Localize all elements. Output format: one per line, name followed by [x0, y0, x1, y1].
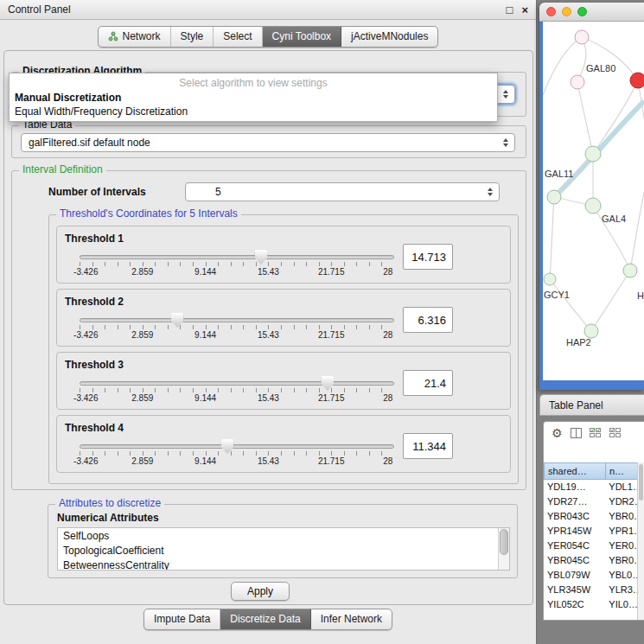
- tab-select[interactable]: Select: [214, 27, 262, 47]
- table-cell[interactable]: YLR345W: [544, 583, 605, 597]
- table-cell[interactable]: YDR2…: [605, 494, 637, 509]
- network-node[interactable]: [547, 190, 561, 204]
- table-row[interactable]: YPR145WYPR1…: [544, 524, 637, 539]
- checkbox-grid-icon[interactable]: [590, 428, 602, 438]
- tick-label: 9.144: [194, 330, 216, 340]
- table-cell[interactable]: YBL0…: [605, 568, 637, 583]
- table-row[interactable]: YLR345WYLR3…: [544, 583, 637, 597]
- threshold-value-field[interactable]: 21.4: [403, 370, 453, 396]
- table-data-combo[interactable]: galFiltered.sif default node: [21, 133, 515, 152]
- table-cell[interactable]: YDL1…: [605, 480, 637, 494]
- tick-label: 2.859: [131, 330, 153, 340]
- table-cell[interactable]: YER054C: [544, 539, 605, 553]
- table-cell[interactable]: YBL079W: [544, 568, 605, 583]
- tab-label: Style: [181, 30, 204, 42]
- table-scrollbar[interactable]: [637, 462, 644, 620]
- slider-tick-labels: -3.426 2.859 9.144 15.43 21.715 28: [80, 330, 394, 340]
- table-cell[interactable]: YBR043C: [544, 509, 605, 524]
- network-node[interactable]: [585, 198, 601, 214]
- network-node[interactable]: [584, 324, 598, 338]
- list-item[interactable]: BetweennessCentrality: [58, 558, 509, 571]
- tab-jactivemnodules[interactable]: jActiveMNodules: [341, 27, 437, 47]
- scrollbar-thumb[interactable]: [639, 464, 643, 501]
- dropdown-option-equal-width-frequency[interactable]: Equal Width/Frequency Discretization: [10, 105, 497, 118]
- table-row[interactable]: YER054CYER0…: [544, 539, 637, 553]
- table-panel-title: Table Panel: [549, 399, 603, 411]
- tick-label: 28: [383, 456, 392, 466]
- tick-label: 28: [383, 393, 392, 403]
- threshold-slider[interactable]: -3.426 2.859 9.144 15.43 21.715 28: [80, 381, 394, 403]
- table-cell[interactable]: YBR0…: [605, 553, 637, 568]
- table-cell[interactable]: YPR1…: [605, 524, 637, 539]
- gear-icon[interactable]: ⚙: [552, 427, 563, 439]
- list-scrollbar[interactable]: [498, 528, 509, 570]
- slider-track[interactable]: [80, 318, 394, 322]
- tab-impute-data[interactable]: Impute Data: [144, 609, 220, 629]
- table-cell[interactable]: YBR0…: [605, 509, 637, 524]
- column-header-shared-name[interactable]: shared…: [544, 462, 606, 480]
- node-label-partial: H: [637, 290, 644, 301]
- close-icon[interactable]: ×: [521, 4, 528, 16]
- tab-network[interactable]: Network: [99, 27, 171, 47]
- column-header-name[interactable]: n…: [606, 462, 639, 480]
- minimize-traffic-light-icon[interactable]: [562, 7, 571, 16]
- threshold-value-field[interactable]: 11.344: [403, 433, 453, 459]
- slider-track[interactable]: [80, 255, 394, 259]
- table-row[interactable]: YDL19…YDL1…: [544, 480, 637, 494]
- network-canvas[interactable]: GAL80 GAL11 GAL4 GCY1 HAP2 H: [543, 22, 644, 380]
- tab-infer-network[interactable]: Infer Network: [311, 609, 392, 629]
- slider-track[interactable]: [80, 444, 394, 449]
- slider-track[interactable]: [80, 381, 394, 386]
- network-node[interactable]: [575, 30, 589, 44]
- close-traffic-light-icon[interactable]: [546, 7, 556, 16]
- group-title: Attributes to discretize: [55, 497, 164, 509]
- table-row[interactable]: YBR045CYBR0…: [544, 553, 637, 568]
- table-cell[interactable]: YDR27…: [544, 494, 605, 509]
- zoom-traffic-light-icon[interactable]: [577, 7, 587, 16]
- threshold-slider[interactable]: -3.426 2.859 9.144 15.43 21.715 28: [80, 255, 394, 277]
- number-of-intervals-combo[interactable]: 5: [185, 182, 500, 201]
- table-cell[interactable]: YER0…: [605, 539, 637, 553]
- scrollbar-thumb[interactable]: [500, 529, 508, 555]
- checkbox-grid-icon-2[interactable]: [609, 428, 622, 438]
- control-panel-titlebar: Control Panel □ ×: [0, 0, 536, 20]
- network-node[interactable]: [571, 75, 584, 89]
- restore-icon[interactable]: □: [507, 4, 513, 16]
- network-node[interactable]: [585, 146, 601, 162]
- threshold-value-field[interactable]: 14.713: [403, 244, 453, 270]
- threshold-slider[interactable]: -3.426 2.859 9.144 15.43 21.715 28: [80, 444, 394, 466]
- tab-cyni-toolbox[interactable]: Cyni Toolbox: [263, 27, 341, 47]
- apply-button[interactable]: Apply: [231, 582, 290, 601]
- table-cell[interactable]: YPR145W: [544, 524, 605, 539]
- tab-style[interactable]: Style: [171, 27, 214, 47]
- slider-ticks: [80, 325, 394, 329]
- dropdown-option-manual-discretization[interactable]: Manual Discretization: [10, 91, 497, 105]
- threshold-value-field[interactable]: 6.316: [403, 307, 453, 333]
- table-row[interactable]: YBR043CYBR0…: [544, 509, 637, 524]
- table-row[interactable]: YBL079WYBL0…: [544, 568, 637, 583]
- tick-label: 9.144: [194, 393, 216, 403]
- network-node[interactable]: [544, 273, 556, 285]
- tick-label: 28: [383, 330, 392, 340]
- table-cell[interactable]: YIL052C: [544, 597, 605, 612]
- columns-icon[interactable]: [571, 428, 582, 438]
- tick-label: 2.859: [131, 267, 153, 277]
- group-title: Interval Definition: [19, 163, 106, 175]
- network-node-highlighted[interactable]: [630, 73, 644, 88]
- table-row[interactable]: YIL052CYIL0…: [544, 597, 637, 612]
- table-cell[interactable]: YDL19…: [544, 480, 605, 494]
- network-node[interactable]: [623, 264, 637, 277]
- table-row[interactable]: YDR27…YDR2…: [544, 494, 637, 509]
- node-label-gal11: GAL11: [545, 169, 573, 179]
- table-cell[interactable]: YLR3…: [605, 583, 637, 597]
- threshold-slider[interactable]: -3.426 2.859 9.144 15.43 21.715 28: [80, 318, 394, 340]
- node-label-gal80: GAL80: [586, 63, 615, 73]
- table-body: YDL19…YDL1… YDR27…YDR2… YBR043CYBR0… YPR…: [544, 480, 637, 620]
- interval-definition-group: Interval Definition Number of Intervals …: [11, 170, 526, 490]
- table-cell[interactable]: YIL0…: [605, 597, 637, 612]
- slider-tick-labels: -3.426 2.859 9.144 15.43 21.715 28: [80, 267, 394, 277]
- list-item[interactable]: TopologicalCoefficient: [58, 543, 509, 558]
- table-cell[interactable]: YBR045C: [544, 553, 605, 568]
- tab-discretize-data[interactable]: Discretize Data: [220, 609, 310, 629]
- list-item[interactable]: SelfLoops: [58, 528, 509, 543]
